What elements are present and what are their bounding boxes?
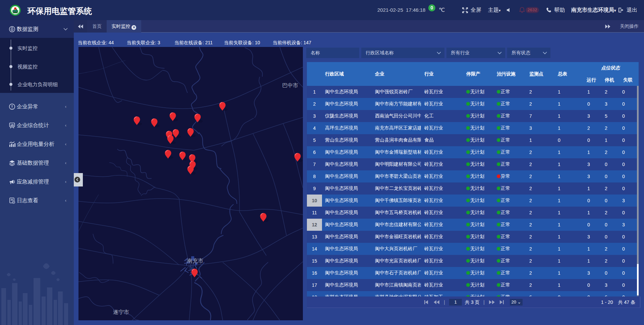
svg-text:巴中市: 巴中市 <box>282 83 298 88</box>
svg-text:南充市: 南充市 <box>187 258 203 264</box>
svg-text:遂宁市: 遂宁市 <box>113 309 129 315</box>
